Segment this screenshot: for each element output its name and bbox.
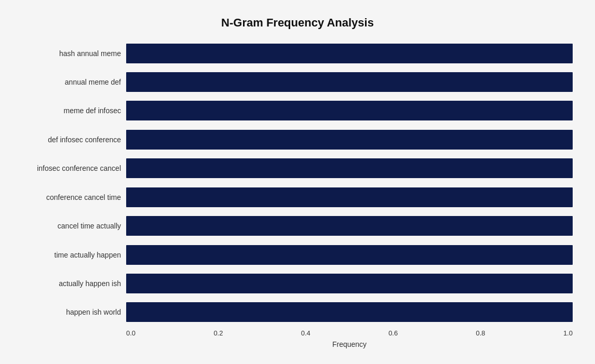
bar-label: hash annual meme	[22, 49, 126, 58]
x-axis-tick: 1.0	[563, 329, 573, 337]
bar	[126, 158, 573, 178]
bar-label: conference cancel time	[22, 193, 126, 201]
x-axis-labels: 0.00.20.40.60.81.0	[126, 329, 573, 337]
bar-label: cancel time actually	[22, 222, 126, 230]
x-axis-tick: 0.0	[126, 329, 136, 337]
bar-wrapper	[126, 216, 573, 236]
bar-wrapper	[126, 72, 573, 92]
bar	[126, 302, 573, 322]
bar-wrapper	[126, 130, 573, 150]
x-axis-area: 0.00.20.40.60.81.0 Frequency	[126, 329, 573, 348]
bar	[126, 245, 573, 265]
bar-row: hash annual meme	[22, 40, 573, 67]
bar-label: meme def infosec	[22, 106, 126, 115]
x-axis-tick: 0.2	[213, 329, 223, 337]
bar	[126, 130, 573, 150]
x-axis-tick: 0.6	[388, 329, 398, 337]
bar-row: def infosec conference	[22, 126, 573, 153]
bar-wrapper	[126, 245, 573, 265]
bar-label: actually happen ish	[22, 279, 126, 288]
chart-title: N-Gram Frequency Analysis	[22, 11, 573, 30]
bar-wrapper	[126, 44, 573, 63]
bar-label: annual meme def	[22, 78, 126, 86]
x-axis-tick: 0.4	[301, 329, 310, 337]
bar-wrapper	[126, 302, 573, 322]
bar	[126, 101, 573, 120]
bar	[126, 274, 573, 293]
bars-section: hash annual memeannual meme defmeme def …	[22, 40, 573, 326]
bar-row: annual meme def	[22, 69, 573, 96]
bar-row: happen ish world	[22, 299, 573, 326]
chart-container: N-Gram Frequency Analysis hash annual me…	[12, 6, 583, 359]
bar-wrapper	[126, 158, 573, 178]
chart-area: hash annual memeannual meme defmeme def …	[22, 40, 573, 348]
bar-label: infosec conference cancel	[22, 164, 126, 172]
bar-label: def infosec conference	[22, 136, 126, 144]
bar	[126, 44, 573, 63]
bar-wrapper	[126, 274, 573, 293]
bar-row: time actually happen	[22, 241, 573, 268]
bar-row: conference cancel time	[22, 184, 573, 211]
bar-label: happen ish world	[22, 308, 126, 316]
bar	[126, 72, 573, 92]
bar-wrapper	[126, 187, 573, 207]
bar-label: time actually happen	[22, 251, 126, 259]
bar	[126, 216, 573, 236]
bar-row: actually happen ish	[22, 270, 573, 297]
bar-row: cancel time actually	[22, 212, 573, 239]
bar-row: infosec conference cancel	[22, 155, 573, 182]
bar-row: meme def infosec	[22, 97, 573, 124]
x-axis-tick: 0.8	[476, 329, 485, 337]
bar	[126, 187, 573, 207]
bar-wrapper	[126, 101, 573, 120]
x-axis-title: Frequency	[126, 340, 573, 348]
